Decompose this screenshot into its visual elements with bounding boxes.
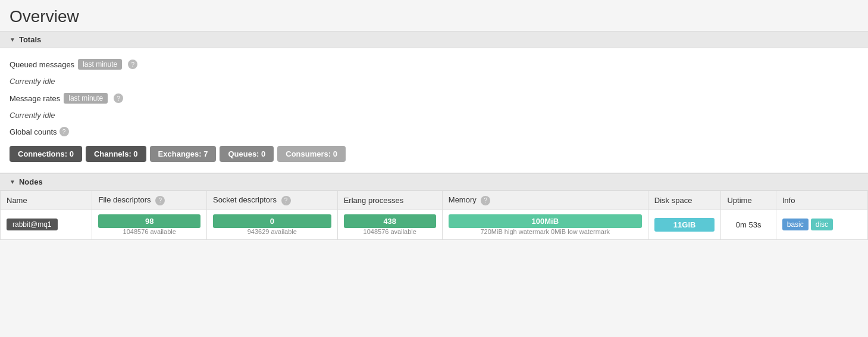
col-erlang-processes: Erlang processes (337, 191, 442, 210)
col-memory: Memory ? (442, 191, 648, 210)
queued-idle-text: Currently idle (10, 77, 55, 86)
socket-descriptors-sub: 943629 available (213, 228, 331, 235)
erlang-processes-sub: 1048576 available (344, 228, 436, 235)
queued-idle-row: Currently idle (10, 73, 858, 89)
disk-space-value: 11GiB (673, 220, 696, 229)
file-descriptors-sub: 1048576 available (98, 228, 200, 235)
totals-content: Queued messages last minute ? Currently … (0, 48, 868, 173)
disk-space-cell: 11GiB (648, 210, 721, 239)
memory-sub: 720MiB high watermark 0MiB low watermark (449, 228, 642, 235)
info-badge-basic[interactable]: basic (782, 219, 809, 230)
queued-messages-help[interactable]: ? (128, 60, 137, 69)
counts-row: Connections: 0Channels: 0Exchanges: 7Que… (10, 140, 858, 166)
socket-descriptors-value: 0 (270, 217, 274, 226)
node-name-cell: rabbit@mq1 (1, 210, 92, 239)
nodes-collapse-icon[interactable]: ▼ (10, 179, 15, 185)
message-rates-help[interactable]: ? (114, 93, 123, 103)
totals-section-title: Totals (19, 35, 41, 44)
col-socket-descriptors: Socket descriptors ? (206, 191, 337, 210)
nodes-table: Name File descriptors ? Socket descripto… (0, 191, 868, 240)
file-descriptors-help[interactable]: ? (155, 196, 165, 205)
col-name: Name (1, 191, 92, 210)
global-counts-help[interactable]: ? (59, 127, 69, 136)
message-rates-label: Message rates (10, 94, 60, 103)
memory-cell: 100MiB720MiB high watermark 0MiB low wat… (442, 210, 648, 239)
count-badge-queues[interactable]: Queues: 0 (220, 146, 274, 162)
message-rates-idle-row: Currently idle (10, 107, 858, 123)
queued-messages-row: Queued messages last minute ? (10, 55, 858, 73)
erlang-processes-cell: 4381048576 available (337, 210, 442, 239)
queued-messages-label: Queued messages (10, 60, 74, 69)
col-info: Info (776, 191, 867, 210)
col-disk-space: Disk space (648, 191, 721, 210)
count-badge-exchanges[interactable]: Exchanges: 7 (150, 146, 217, 162)
count-badge-connections[interactable]: Connections: 0 (10, 146, 82, 162)
info-cell: basicdisc (776, 210, 867, 239)
col-uptime: Uptime (721, 191, 776, 210)
memory-help[interactable]: ? (481, 196, 490, 205)
message-rates-badge[interactable]: last minute (64, 93, 108, 104)
global-counts-row: Global counts ? (10, 123, 858, 140)
global-counts-label: Global counts (10, 127, 57, 136)
uptime-cell: 0m 53s (721, 210, 776, 239)
table-row: rabbit@mq1981048576 available0943629 ava… (1, 210, 868, 239)
socket-descriptors-help[interactable]: ? (281, 196, 291, 205)
message-rates-idle-text: Currently idle (10, 111, 55, 120)
nodes-section-header[interactable]: ▼ Nodes (0, 173, 868, 191)
page-container: Overview ▼ Totals Queued messages last m… (0, 0, 868, 337)
page-title: Overview (0, 0, 868, 31)
totals-collapse-icon[interactable]: ▼ (10, 36, 15, 43)
erlang-processes-value: 438 (383, 217, 396, 226)
memory-value: 100MiB (532, 217, 559, 226)
socket-descriptors-cell: 0943629 available (206, 210, 337, 239)
queued-messages-badge[interactable]: last minute (78, 59, 122, 70)
nodes-table-container: Name File descriptors ? Socket descripto… (0, 191, 868, 240)
count-badge-channels[interactable]: Channels: 0 (86, 146, 146, 162)
totals-section-header[interactable]: ▼ Totals (0, 31, 868, 48)
node-name-badge[interactable]: rabbit@mq1 (7, 219, 58, 230)
nodes-section-title: Nodes (19, 177, 43, 186)
message-rates-row: Message rates last minute ? (10, 89, 858, 107)
file-descriptors-cell: 981048576 available (92, 210, 206, 239)
uptime-value: 0m 53s (736, 220, 762, 229)
info-badge-disc[interactable]: disc (811, 219, 833, 230)
file-descriptors-value: 98 (145, 217, 153, 226)
table-header-row: Name File descriptors ? Socket descripto… (1, 191, 868, 210)
col-file-descriptors: File descriptors ? (92, 191, 206, 210)
count-badge-consumers[interactable]: Consumers: 0 (277, 146, 346, 162)
